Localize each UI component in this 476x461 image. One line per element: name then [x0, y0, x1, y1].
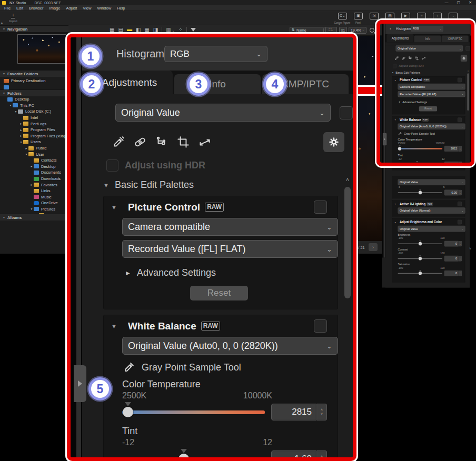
- picture-control-value-dropdown[interactable]: Recorded Value ([FL] FLAT)⌄: [398, 91, 465, 97]
- spinner-arrows[interactable]: ˄˅: [459, 270, 462, 276]
- picture-control-mode-dropdown[interactable]: Camera compatible⌄: [122, 218, 338, 236]
- color-temperature-slider[interactable]: [122, 410, 265, 414]
- preset-checkbox[interactable]: [340, 106, 353, 119]
- saturation-slider[interactable]: [398, 273, 443, 274]
- scroll-up-icon[interactable]: ˄: [467, 69, 470, 72]
- panel-scrollbar[interactable]: ˄: [343, 175, 352, 461]
- tree-item-intel[interactable]: Intel: [0, 115, 68, 121]
- spinner-arrows[interactable]: ˄˅: [316, 450, 327, 461]
- slider-knob[interactable]: [419, 191, 422, 195]
- menu-help[interactable]: Help: [117, 6, 125, 11]
- zoom-level-dropdown[interactable]: 19.4%⌄: [349, 27, 366, 34]
- tree-item-users[interactable]: ▼Users: [0, 139, 68, 145]
- tree-item-user[interactable]: ▼User: [0, 151, 68, 157]
- tree-item-music[interactable]: Music: [0, 194, 68, 201]
- menu-image[interactable]: Image: [49, 6, 61, 11]
- adjustment-preset-dropdown[interactable]: Original Value ⌄: [396, 45, 463, 51]
- tree-item-downloads[interactable]: Downloads: [0, 176, 68, 182]
- tree-item-perflogs[interactable]: ►PerfLogs: [0, 121, 68, 127]
- advanced-settings-toggle[interactable]: ► Advanced Settings: [399, 100, 462, 104]
- slider-knob[interactable]: [178, 454, 189, 461]
- slider-knob[interactable]: [419, 272, 422, 275]
- image-view-icon[interactable]: ▬: [127, 26, 132, 33]
- menu-file[interactable]: File: [4, 6, 11, 11]
- retouch-brush-icon[interactable]: [401, 56, 405, 61]
- export-icon[interactable]: →: [449, 13, 458, 19]
- slider-knob[interactable]: [398, 147, 401, 151]
- tree-item-favorites[interactable]: ►Favorites: [0, 182, 68, 188]
- tree-item-documents[interactable]: Documents: [0, 169, 68, 176]
- triangle-down-icon[interactable]: ▼: [394, 79, 396, 81]
- slider-knob[interactable]: [419, 257, 422, 260]
- adjust-hdr-checkbox[interactable]: [106, 159, 118, 172]
- triangle-down-icon[interactable]: ▼: [111, 204, 117, 211]
- tree-item-program-files-x86[interactable]: ►Program Files (x86): [0, 133, 68, 139]
- next-image-button[interactable]: ›: [369, 243, 378, 251]
- reset-button[interactable]: Reset: [190, 286, 248, 300]
- panel-collapse-tab[interactable]: [74, 365, 86, 402]
- folders-header[interactable]: ▼ Folders: [0, 89, 68, 96]
- favorite-item-primary-destination[interactable]: Primary Destination: [0, 77, 68, 84]
- slider-knob[interactable]: [123, 407, 133, 417]
- brightness-value[interactable]: 0: [444, 241, 459, 247]
- brightness-slider[interactable]: [398, 243, 443, 244]
- picture-control-mode-dropdown[interactable]: Camera compatible⌄: [398, 84, 465, 89]
- gray-point-eyedropper-icon[interactable]: [394, 56, 399, 61]
- menu-view[interactable]: View: [83, 6, 91, 11]
- albums-header[interactable]: ▼ Albums: [0, 214, 68, 221]
- fullscreen-icon[interactable]: ⁘: [178, 27, 182, 33]
- custom-picture-control-button[interactable]: C⌄ Custom Picture Control: [338, 13, 347, 19]
- basic-edit-palettes-header[interactable]: ▼ Basic Edit Palettes: [103, 179, 338, 191]
- tab-info[interactable]: Info: [414, 35, 441, 42]
- tree-item-this-pc[interactable]: ▼This PC: [0, 103, 68, 109]
- tree-item-onedrive[interactable]: OneDrive: [0, 200, 68, 206]
- zoom-out-icon[interactable]: [370, 28, 374, 33]
- tree-item-links[interactable]: Links: [0, 188, 68, 194]
- scroll-up-icon[interactable]: ˄: [343, 175, 352, 184]
- white-balance-dropdown[interactable]: Original Value (Auto0, 0, 0 (2820K))⌄: [122, 337, 338, 355]
- import-button[interactable]: ↓ Import: [6, 13, 20, 24]
- compare-view-icon[interactable]: ▦: [144, 27, 149, 33]
- spinner-arrows[interactable]: ˄˅: [459, 241, 462, 247]
- toolbar-collapse-icon[interactable]: ▲: [1, 21, 3, 24]
- triangle-down-icon[interactable]: ▼: [394, 119, 396, 121]
- gray-point-sample-tool[interactable]: Gray Point Sample Tool: [123, 361, 327, 374]
- spinner-arrows[interactable]: ˄˅: [316, 404, 327, 420]
- triangle-down-icon[interactable]: ▼: [111, 323, 117, 329]
- zoom-1to1-button[interactable]: x1: [339, 27, 347, 34]
- color-control-point-icon[interactable]: [408, 56, 412, 61]
- triangle-down-icon[interactable]: ▼: [394, 203, 396, 205]
- tree-item-local-disk[interactable]: ▼Local Disk (C:): [0, 108, 68, 115]
- color-temperature-value[interactable]: 2815: [444, 146, 459, 152]
- tree-item-pictures[interactable]: ▼Pictures: [0, 206, 68, 213]
- tree-item-desktop[interactable]: Desktop: [0, 96, 68, 103]
- triangle-down-icon[interactable]: ▼: [394, 221, 396, 223]
- slider-knob[interactable]: [419, 242, 422, 246]
- tint-value[interactable]: -1.60: [271, 450, 316, 461]
- picture-control-checkbox[interactable]: [314, 201, 327, 214]
- panel-scrollbar[interactable]: ˄: [467, 69, 470, 288]
- color-temperature-value[interactable]: 2815: [271, 404, 316, 420]
- contrast-value[interactable]: 0: [444, 256, 459, 262]
- fit-view-dropdown[interactable]: ⛶⌄: [325, 27, 337, 34]
- upload-icon[interactable]: ↑: [433, 13, 442, 19]
- tree-item-desktop-user[interactable]: ►Desktop: [0, 164, 68, 170]
- crop-icon[interactable]: [415, 56, 419, 61]
- tab-adjustments[interactable]: Adjustments: [386, 34, 413, 42]
- tree-item-public[interactable]: ►Public: [0, 145, 68, 152]
- picture-control-checkbox[interactable]: [458, 78, 462, 82]
- tree-item-contacts[interactable]: Contacts: [0, 157, 68, 164]
- tree-item-program-files[interactable]: ►Program Files: [0, 127, 68, 133]
- scrollbar-thumb[interactable]: [344, 187, 351, 298]
- menu-edit[interactable]: Edit: [16, 6, 23, 11]
- picture-control-value-dropdown[interactable]: Recorded Value ([FL] FLAT)⌄: [122, 240, 338, 258]
- histogram-channel-dropdown[interactable]: RGB ⌄: [411, 26, 443, 31]
- preset-checkbox[interactable]: [465, 46, 470, 51]
- layout-icon[interactable]: ▥ ⌄: [166, 27, 174, 33]
- split-view-icon[interactable]: ◨: [153, 27, 158, 33]
- scroll-down-icon[interactable]: ˅: [469, 247, 471, 250]
- spinner-arrows[interactable]: ˄˅: [459, 190, 462, 196]
- brightness-color-dropdown[interactable]: Original Value⌄: [398, 226, 465, 232]
- spinner-arrows[interactable]: ˄˅: [459, 162, 462, 167]
- white-balance-checkbox[interactable]: [314, 319, 327, 333]
